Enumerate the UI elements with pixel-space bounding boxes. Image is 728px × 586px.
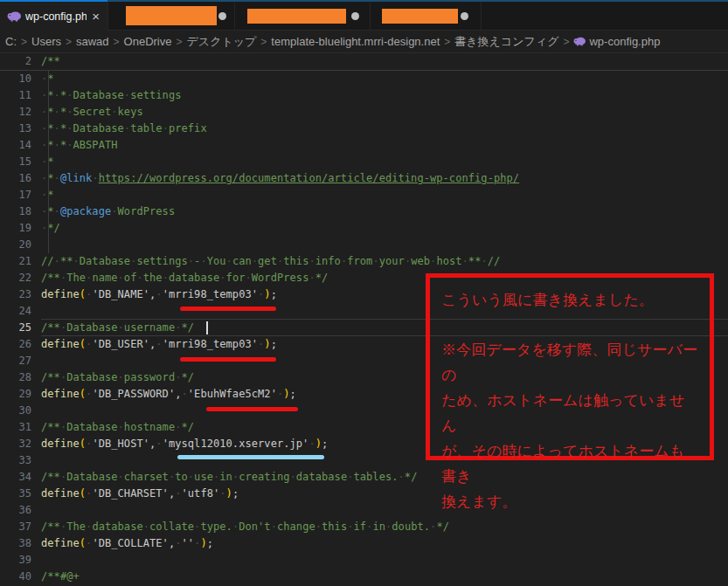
code-token[interactable]: /**·The·database·collate·type.·Don't·cha…: [41, 521, 449, 533]
breadcrumb-item[interactable]: wp-config.php: [573, 35, 660, 48]
code-token[interactable]: ;: [322, 438, 328, 450]
code-line[interactable]: 13·*·*·Database·table·prefix: [0, 121, 728, 137]
breadcrumb-item[interactable]: sawad: [76, 35, 109, 48]
code-text[interactable]: define(·'DB_COLLATE',·''·);: [41, 535, 728, 552]
redacted-tab[interactable]: [370, 0, 481, 31]
code-token[interactable]: ;: [290, 388, 296, 400]
code-token[interactable]: 'DB_USER': [92, 338, 149, 350]
code-token[interactable]: ,·: [149, 288, 163, 300]
tab-wp-config-php[interactable]: wp-config.php ×: [0, 0, 107, 31]
code-text[interactable]: /**: [41, 53, 728, 70]
code-token[interactable]: ): [200, 537, 206, 549]
code-token[interactable]: 'DB_PASSWORD': [92, 388, 175, 400]
code-token[interactable]: ·WordPress: [111, 205, 175, 217]
code-token[interactable]: /**·Database·password·*/: [41, 371, 194, 383]
code-line[interactable]: 17·*: [0, 187, 728, 203]
code-line[interactable]: 40/**#@+: [0, 569, 728, 585]
code-token[interactable]: ): [264, 288, 270, 300]
code-line[interactable]: 18·*·@package·WordPress: [0, 203, 728, 220]
code-text[interactable]: ·*: [41, 187, 728, 203]
code-token[interactable]: (: [80, 338, 86, 350]
breadcrumb-item[interactable]: デスクトップ: [187, 34, 257, 50]
code-token[interactable]: ;: [271, 338, 277, 350]
code-token[interactable]: ·*/: [41, 222, 60, 234]
code-token[interactable]: ,·: [149, 338, 163, 350]
code-token[interactable]: ): [315, 438, 322, 450]
code-token[interactable]: 'DB_CHARSET': [92, 487, 169, 500]
code-token[interactable]: /**·Database·hostname·*/: [41, 421, 194, 433]
code-text[interactable]: /**·The·database·collate·type.·Don't·cha…: [41, 519, 728, 535]
code-token[interactable]: 'mysql12010.xserver.jp': [163, 438, 309, 450]
code-token[interactable]: define: [41, 537, 80, 549]
code-token[interactable]: 'DB_HOST': [92, 438, 149, 450]
code-token[interactable]: 'mrri98_temp03': [163, 288, 258, 300]
code-line[interactable]: 38define(·'DB_COLLATE',·''·);: [0, 535, 728, 552]
code-token[interactable]: /**·Database·username·*/: [41, 321, 194, 334]
code-token[interactable]: ): [264, 338, 270, 350]
code-token[interactable]: ;: [207, 537, 213, 549]
code-text[interactable]: ·*: [41, 71, 728, 87]
code-text[interactable]: //·**·Database·settings·-·You·can·get·th…: [41, 253, 728, 270]
code-token[interactable]: @link: [60, 172, 92, 184]
code-text[interactable]: ·*·*·Database·settings: [41, 87, 728, 104]
code-token[interactable]: ): [283, 388, 289, 400]
code-token[interactable]: ;: [232, 487, 239, 500]
code-text[interactable]: [41, 552, 728, 569]
code-token[interactable]: https://wordpress.org/documentation/arti…: [99, 172, 519, 184]
breadcrumb-item[interactable]: 書き換えコンフィグ: [454, 34, 558, 50]
code-token[interactable]: (: [80, 438, 86, 450]
code-token[interactable]: (: [80, 487, 86, 500]
code-line[interactable]: 12·*·*·Secret·keys: [0, 104, 728, 121]
code-token[interactable]: 'mrri98_temp03': [163, 338, 258, 350]
code-line[interactable]: 16·*·@link·https://wordpress.org/documen…: [0, 170, 728, 187]
code-text[interactable]: ·*·*·ABSPATH: [41, 137, 728, 154]
code-editor[interactable]: 2/** 10·*11·*·*·Database·settings12·*·*·…: [0, 53, 728, 586]
code-token[interactable]: ;: [271, 288, 277, 300]
code-token[interactable]: ,·: [175, 388, 188, 400]
code-line[interactable]: 19·*/: [0, 220, 728, 237]
code-token[interactable]: ,·: [149, 438, 163, 450]
breadcrumb-item[interactable]: OneDrive: [124, 35, 172, 48]
modified-dot-icon[interactable]: [218, 12, 226, 20]
code-token[interactable]: define: [41, 288, 80, 300]
code-token[interactable]: /**: [41, 55, 60, 67]
code-token[interactable]: /**·The·name·of·the·database·for·WordPre…: [41, 272, 328, 284]
code-token[interactable]: ·*·: [41, 205, 60, 217]
code-text[interactable]: ·*/: [41, 220, 728, 237]
code-token[interactable]: //·**·Database·settings·-·You·can·get·th…: [41, 255, 500, 267]
code-line[interactable]: 10·*: [0, 71, 728, 87]
code-text[interactable]: ·*·*·Secret·keys: [41, 104, 728, 121]
code-token[interactable]: (: [80, 288, 86, 300]
code-token[interactable]: ·*·*·Database·settings: [41, 89, 182, 101]
modified-dot-icon[interactable]: [351, 12, 359, 20]
code-token[interactable]: ·*·*·ABSPATH: [41, 139, 118, 151]
code-token[interactable]: 'EbuhWfae5cM2': [188, 388, 277, 400]
code-token[interactable]: ·: [219, 487, 225, 500]
code-token[interactable]: @package: [60, 205, 111, 217]
code-line[interactable]: 15·*: [0, 154, 728, 170]
code-token[interactable]: ·: [92, 172, 98, 184]
code-token[interactable]: ·: [309, 438, 315, 450]
code-text[interactable]: ·*·*·Database·table·prefix: [41, 121, 728, 137]
code-line[interactable]: 2/**: [0, 53, 728, 70]
close-icon[interactable]: ×: [91, 10, 101, 23]
modified-dot-icon[interactable]: [461, 12, 468, 20]
code-token[interactable]: define: [41, 338, 80, 350]
code-line[interactable]: 11·*·*·Database·settings: [0, 87, 728, 104]
code-token[interactable]: ,·: [169, 537, 182, 549]
code-token[interactable]: ·*·*·Database·table·prefix: [41, 122, 207, 134]
code-token[interactable]: (: [80, 388, 86, 400]
code-token[interactable]: /**#@+: [41, 570, 80, 583]
sticky-scroll-line[interactable]: 2/**: [0, 53, 728, 71]
code-token[interactable]: 'DB_COLLATE': [92, 537, 169, 549]
code-token[interactable]: ): [226, 487, 232, 500]
code-token[interactable]: ·*·*·Secret·keys: [41, 106, 143, 118]
code-token[interactable]: define: [41, 388, 80, 400]
redacted-tab[interactable]: [234, 0, 370, 31]
code-text[interactable]: ·*·@link·https://wordpress.org/documenta…: [41, 170, 728, 187]
code-line[interactable]: 37/**·The·database·collate·type.·Don't·c…: [0, 519, 728, 535]
breadcrumb-item[interactable]: Users: [31, 35, 61, 48]
code-token[interactable]: 'DB_NAME': [92, 288, 149, 300]
code-token[interactable]: (: [80, 537, 86, 549]
code-line[interactable]: 14·*·*·ABSPATH: [0, 137, 728, 154]
